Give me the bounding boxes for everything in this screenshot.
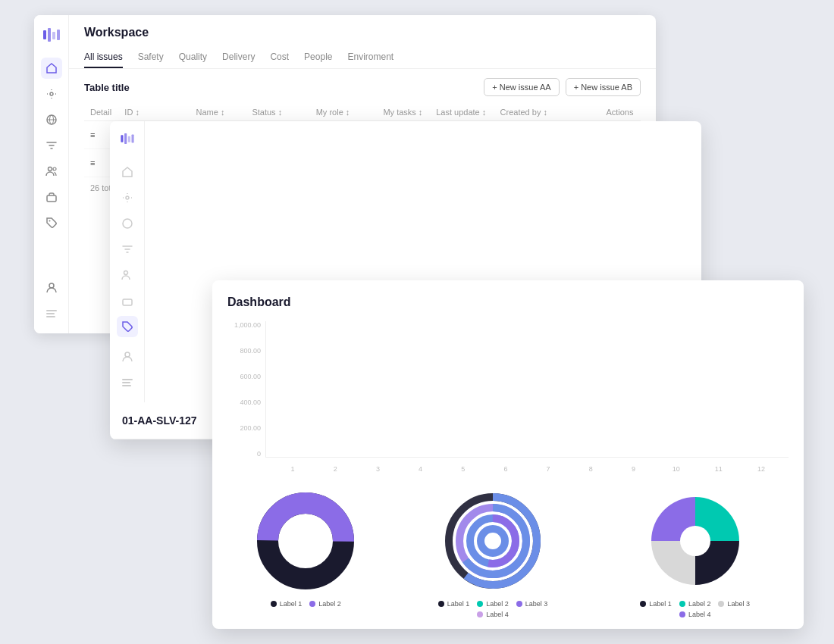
x-label: 5	[442, 465, 484, 473]
donut-svg-3	[642, 488, 748, 594]
tab-cost[interactable]: Cost	[270, 47, 289, 68]
x-axis-labels: 123456789101112	[265, 465, 789, 473]
dashboard-title: Dashboard	[227, 295, 789, 309]
col-name: Name ↕	[190, 104, 246, 121]
col-created: Created by ↕	[494, 104, 600, 121]
new-issue-ab-button[interactable]: + New issue AB	[566, 78, 641, 96]
issue-nav-tag[interactable]	[117, 316, 138, 337]
donut-charts-row: Label 1 Label 2	[227, 488, 789, 618]
svg-point-21	[125, 352, 130, 357]
issue-nav-briefcase[interactable]	[117, 290, 138, 311]
x-label: 9	[612, 465, 654, 473]
nav-home-icon[interactable]	[41, 58, 62, 79]
legend-dot-2	[309, 601, 315, 607]
x-label: 4	[400, 465, 442, 473]
svg-point-48	[283, 518, 328, 564]
issue-nav-filter[interactable]	[117, 239, 138, 260]
nav-settings-icon[interactable]	[41, 83, 62, 105]
legend-dot-2	[679, 601, 685, 607]
bar-chart: 1,000.00 800.00 600.00 400.00 200.00 0 1…	[227, 321, 789, 473]
issue-nav-settings[interactable]	[117, 187, 138, 208]
col-status: Status ↕	[246, 104, 309, 121]
svg-point-4	[50, 92, 53, 95]
svg-rect-0	[43, 30, 46, 39]
svg-rect-10	[47, 195, 56, 202]
donut-chart-1: Label 1 Label 2	[252, 488, 359, 618]
col-detail: Detail	[84, 104, 118, 121]
donut3-legend: Label 1 Label 2 Label 3 Label 4	[627, 600, 763, 618]
nav-filter-icon[interactable]	[41, 135, 62, 156]
col-tasks: My tasks ↕	[377, 104, 430, 121]
svg-point-8	[48, 167, 52, 171]
legend-dot-3	[516, 601, 522, 607]
legend-dot-3	[718, 601, 724, 607]
nav-person-icon[interactable]	[41, 277, 62, 299]
legend-dot-1	[640, 601, 646, 607]
x-label: 8	[569, 465, 612, 473]
issue-nav-users[interactable]	[117, 264, 138, 286]
x-label: 7	[527, 465, 569, 473]
svg-point-12	[49, 283, 54, 288]
nav-menu-icon[interactable]	[41, 303, 62, 324]
btn-group: + New issue AA + New issue AB	[484, 78, 641, 96]
x-label: 2	[314, 465, 356, 473]
issue-id: 01-AA-SLV-127	[122, 414, 197, 427]
svg-rect-13	[121, 135, 123, 142]
svg-rect-20	[123, 299, 132, 305]
tab-quality[interactable]: Quality	[179, 47, 207, 68]
col-id: ID ↕	[118, 104, 190, 121]
issue-left-nav	[110, 121, 145, 402]
chart-bars-area	[265, 321, 789, 458]
x-label: 6	[484, 465, 527, 473]
tab-people[interactable]: People	[304, 47, 332, 68]
svg-point-9	[53, 167, 56, 170]
tab-all-issues[interactable]: All issues	[84, 47, 123, 68]
x-label: 10	[655, 465, 698, 473]
tab-enviroment[interactable]: Enviroment	[347, 47, 393, 68]
svg-point-55	[481, 529, 505, 553]
donut-chart-3: Label 1 Label 2 Label 3 Label 4	[627, 488, 763, 618]
tab-safety[interactable]: Safety	[138, 47, 164, 68]
svg-rect-1	[48, 28, 51, 42]
donut-chart-2: Label 1 Label 2 Label 3 Label 4	[425, 488, 561, 618]
svg-point-18	[123, 219, 132, 228]
issue-nav-menu[interactable]	[117, 372, 138, 393]
legend-dot-2	[477, 601, 483, 607]
donut2-legend: Label 1 Label 2 Label 3 Label 4	[425, 600, 561, 618]
tab-delivery[interactable]: Delivery	[222, 47, 255, 68]
x-label: 11	[698, 465, 740, 473]
logo	[41, 24, 62, 45]
nav-globe-icon[interactable]	[41, 109, 62, 130]
x-label: 3	[356, 465, 399, 473]
issue-nav-person[interactable]	[117, 346, 138, 367]
svg-rect-14	[124, 133, 127, 144]
svg-point-17	[126, 196, 129, 199]
donut-svg-1	[252, 488, 359, 594]
new-issue-aa-button[interactable]: + New issue AA	[484, 78, 559, 96]
col-actions: Actions	[600, 104, 641, 121]
workspace-title: Workspace	[84, 26, 641, 39]
svg-rect-15	[127, 136, 130, 142]
nav-users-icon[interactable]	[41, 161, 62, 182]
legend-dot-1	[271, 601, 277, 607]
table-title: Table title	[84, 82, 130, 93]
svg-point-56	[680, 526, 710, 556]
left-nav	[34, 15, 69, 333]
col-update: Last update ↕	[430, 104, 494, 121]
x-label: 1	[271, 465, 314, 473]
legend-dot-1	[438, 601, 444, 607]
legend-dot-4	[477, 611, 483, 617]
donut1-legend: Label 1 Label 2	[271, 600, 341, 608]
donut-svg-2	[440, 488, 546, 594]
svg-rect-16	[131, 135, 133, 143]
issue-nav-globe[interactable]	[117, 213, 138, 234]
legend-dot-4	[679, 611, 685, 617]
svg-rect-2	[52, 32, 55, 39]
workspace-header: Workspace All issues Safety Quality Deli…	[69, 15, 656, 69]
svg-point-19	[124, 271, 127, 275]
issue-nav-home[interactable]	[117, 161, 138, 183]
nav-briefcase-icon[interactable]	[41, 186, 62, 208]
nav-tag-icon[interactable]	[41, 212, 62, 233]
col-role: My role ↕	[310, 104, 378, 121]
workspace-tabs: All issues Safety Quality Delivery Cost …	[84, 47, 641, 68]
